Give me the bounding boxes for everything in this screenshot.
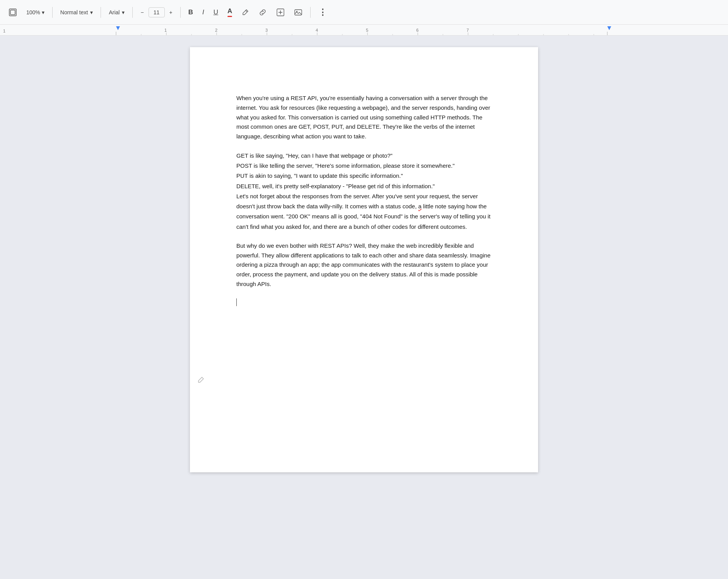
style-dropdown-button[interactable]: Normal text ▾ [56, 7, 97, 17]
get-line: GET is like saying, "Hey, can I have tha… [236, 151, 492, 161]
margin-pencil-icon [197, 376, 205, 387]
more-options-button[interactable]: ⋮ [314, 5, 331, 20]
font-size-box[interactable]: 11 [149, 7, 165, 17]
svg-text:3: 3 [265, 28, 268, 32]
add-icon [276, 8, 285, 17]
ruler: 1 1 2 3 4 5 6 7 [0, 25, 728, 36]
image-icon [294, 8, 302, 17]
increase-font-button[interactable]: + [166, 7, 176, 18]
toolbar: 100% ▾ Normal text ▾ Arial ▾ − 11 + B I [0, 0, 728, 25]
highlight-button[interactable] [238, 6, 253, 19]
pencil-margin-icon [197, 376, 205, 384]
pencil-icon [241, 9, 249, 16]
style-chevron-icon: ▾ [90, 9, 93, 15]
font-color-button[interactable]: A [224, 5, 236, 19]
svg-rect-1 [10, 10, 15, 15]
svg-text:2: 2 [215, 28, 217, 32]
font-size-control: − 11 + [137, 7, 176, 18]
http-methods-block: GET is like saying, "Hey, can I have tha… [236, 151, 492, 232]
fit-icon-button[interactable] [5, 6, 21, 19]
svg-text:4: 4 [316, 28, 318, 32]
svg-rect-5 [295, 10, 302, 15]
italic-label: I [202, 9, 204, 16]
style-label: Normal text [60, 9, 88, 15]
response-paragraph: Let's not forget about the responses fro… [236, 191, 492, 232]
svg-text:7: 7 [467, 28, 469, 32]
italic-button[interactable]: I [198, 6, 208, 19]
underline-button[interactable]: U [210, 6, 222, 19]
svg-text:1: 1 [3, 29, 5, 33]
ruler-svg: 1 1 2 3 4 5 6 7 [0, 25, 728, 36]
text-cursor [236, 298, 237, 306]
post-line: POST is like telling the server, "Here's… [236, 161, 492, 171]
separator-5 [310, 7, 311, 18]
bold-label: B [188, 9, 193, 16]
svg-point-6 [296, 11, 297, 12]
separator-3 [132, 7, 133, 18]
paragraph-1: When you're using a REST API, you're ess… [236, 94, 492, 141]
separator-4 [180, 7, 181, 18]
svg-rect-7 [0, 25, 728, 36]
zoom-button[interactable]: 100% ▾ [22, 7, 48, 18]
svg-text:1: 1 [164, 28, 167, 32]
paragraph-1-text: When you're using a REST API, you're ess… [236, 94, 492, 141]
paragraph-3-text: But why do we even bother with REST APIs… [236, 241, 492, 289]
spelling-error-a: a [418, 203, 421, 209]
paragraph-3: But why do we even bother with REST APIs… [236, 241, 492, 289]
decrease-font-icon: − [140, 9, 144, 15]
font-chevron-icon: ▾ [122, 9, 125, 15]
underline-label: U [214, 9, 218, 16]
font-size-value: 11 [154, 9, 160, 15]
add-button[interactable] [272, 6, 289, 19]
bold-button[interactable]: B [185, 6, 197, 19]
document-page[interactable]: When you're using a REST API, you're ess… [190, 47, 538, 472]
zoom-chevron-icon: ▾ [42, 9, 44, 15]
svg-text:6: 6 [416, 28, 419, 32]
font-label: Arial [109, 9, 120, 15]
fit-icon [9, 8, 17, 17]
zoom-control: 100% ▾ [22, 7, 48, 18]
font-color-underline [227, 16, 232, 17]
document-area: When you're using a REST API, you're ess… [0, 36, 728, 579]
more-icon: ⋮ [318, 7, 327, 17]
increase-font-icon: + [169, 9, 173, 15]
decrease-font-button[interactable]: − [137, 7, 147, 18]
font-dropdown-button[interactable]: Arial ▾ [105, 7, 128, 17]
svg-text:5: 5 [366, 28, 368, 32]
link-button[interactable] [255, 6, 271, 19]
separator-1 [52, 7, 53, 18]
image-button[interactable] [290, 6, 306, 19]
delete-line: DELETE, well, it's pretty self-explanato… [236, 181, 492, 191]
font-color-label: A [227, 7, 232, 15]
put-line: PUT is akin to saying, "I want to update… [236, 171, 492, 181]
zoom-value: 100% [26, 9, 40, 15]
separator-2 [101, 7, 101, 18]
link-icon [258, 8, 267, 17]
